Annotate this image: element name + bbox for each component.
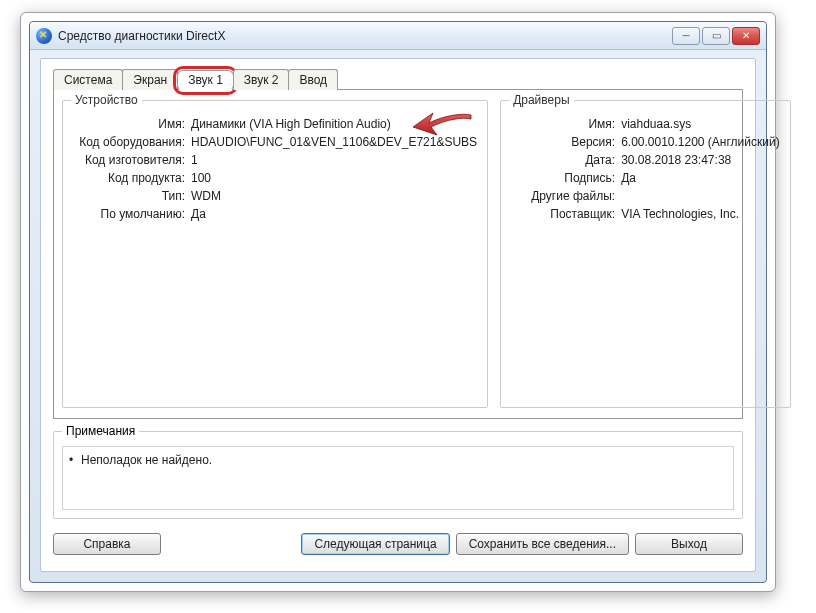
titlebar[interactable]: Средство диагностики DirectX ─ ▭ ✕ [30, 22, 766, 50]
drivers-other-label: Другие файлы: [511, 187, 621, 205]
maximize-button[interactable]: ▭ [702, 27, 730, 45]
device-name-value: Динамики (VIA High Definition Audio) [191, 115, 477, 133]
drivers-name-value: viahduaa.sys [621, 115, 780, 133]
notes-item: Неполадок не найдено. [73, 453, 723, 467]
tab-strip: Система Экран Звук 1 Звук 2 Ввод [53, 69, 743, 90]
drivers-vendor-value: VIA Technologies, Inc. [621, 205, 780, 223]
drivers-legend: Драйверы [509, 93, 573, 107]
notes-groupbox: Примечания Неполадок не найдено. [53, 431, 743, 519]
drivers-vendor-label: Поставщик: [511, 205, 621, 223]
minimize-button[interactable]: ─ [672, 27, 700, 45]
window-caption-buttons: ─ ▭ ✕ [672, 27, 760, 45]
window-chrome: Средство диагностики DirectX ─ ▭ ✕ Систе… [29, 21, 767, 583]
window-outer-frame: Средство диагностики DirectX ─ ▭ ✕ Систе… [20, 12, 776, 592]
exit-button[interactable]: Выход [635, 533, 743, 555]
drivers-date-row: Дата: 30.08.2018 23:47:38 [511, 151, 780, 169]
drivers-groupbox: Драйверы Имя: viahduaa.sys Версия: 6.00.… [500, 100, 791, 408]
drivers-signed-label: Подпись: [511, 169, 621, 187]
drivers-other-value [621, 187, 780, 205]
tab-panel: Устройство Имя: Динамики (VIA High Defin… [53, 89, 743, 419]
device-legend: Устройство [71, 93, 142, 107]
drivers-signed-row: Подпись: Да [511, 169, 780, 187]
tab-sound-1[interactable]: Звук 1 [177, 70, 234, 91]
drivers-signed-value: Да [621, 169, 780, 187]
tab-sound-2[interactable]: Звук 2 [233, 69, 290, 90]
close-button[interactable]: ✕ [732, 27, 760, 45]
device-default-value: Да [191, 205, 477, 223]
device-mfgid-value: 1 [191, 151, 477, 169]
device-default-row: По умолчанию: Да [73, 205, 477, 223]
device-name-row: Имя: Динамики (VIA High Definition Audio… [73, 115, 477, 133]
drivers-other-row: Другие файлы: [511, 187, 780, 205]
drivers-version-label: Версия: [511, 133, 621, 151]
device-groupbox: Устройство Имя: Динамики (VIA High Defin… [62, 100, 488, 408]
device-hwid-row: Код оборудования: HDAUDIO\FUNC_01&VEN_11… [73, 133, 477, 151]
drivers-vendor-row: Поставщик: VIA Technologies, Inc. [511, 205, 780, 223]
drivers-date-label: Дата: [511, 151, 621, 169]
device-mfgid-row: Код изготовителя: 1 [73, 151, 477, 169]
drivers-name-row: Имя: viahduaa.sys [511, 115, 780, 133]
device-type-label: Тип: [73, 187, 191, 205]
device-mfgid-label: Код изготовителя: [73, 151, 191, 169]
drivers-version-value: 6.00.0010.1200 (Английский) [621, 133, 780, 151]
tab-system[interactable]: Система [53, 69, 123, 90]
tab-input[interactable]: Ввод [288, 69, 338, 90]
dxdiag-icon [36, 28, 52, 44]
drivers-date-value: 30.08.2018 23:47:38 [621, 151, 780, 169]
notes-list[interactable]: Неполадок не найдено. [62, 446, 734, 510]
tab-screen[interactable]: Экран [122, 69, 178, 90]
save-all-button[interactable]: Сохранить все сведения... [456, 533, 629, 555]
device-type-row: Тип: WDM [73, 187, 477, 205]
device-prodid-row: Код продукта: 100 [73, 169, 477, 187]
device-default-label: По умолчанию: [73, 205, 191, 223]
device-name-label: Имя: [73, 115, 191, 133]
device-prodid-value: 100 [191, 169, 477, 187]
notes-legend: Примечания [62, 424, 139, 438]
device-prodid-label: Код продукта: [73, 169, 191, 187]
button-row: Справка Следующая страница Сохранить все… [53, 533, 743, 555]
help-button[interactable]: Справка [53, 533, 161, 555]
window-title: Средство диагностики DirectX [58, 29, 225, 43]
device-hwid-label: Код оборудования: [73, 133, 191, 151]
drivers-name-label: Имя: [511, 115, 621, 133]
next-page-button[interactable]: Следующая страница [301, 533, 449, 555]
button-spacer [167, 533, 295, 555]
device-type-value: WDM [191, 187, 477, 205]
device-hwid-value: HDAUDIO\FUNC_01&VEN_1106&DEV_E721&SUBS [191, 133, 477, 151]
drivers-version-row: Версия: 6.00.0010.1200 (Английский) [511, 133, 780, 151]
client-area: Система Экран Звук 1 Звук 2 Ввод Устройс… [40, 58, 756, 572]
